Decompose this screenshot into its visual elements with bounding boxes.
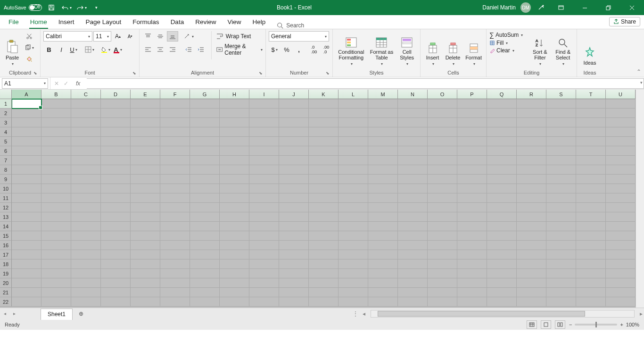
cell[interactable] [428, 278, 457, 288]
cell[interactable] [279, 99, 309, 109]
cell[interactable] [368, 278, 398, 288]
cell[interactable] [368, 269, 398, 278]
cell[interactable] [131, 241, 160, 250]
cell[interactable] [249, 269, 279, 278]
cell[interactable] [398, 269, 428, 278]
cell[interactable] [279, 203, 309, 212]
cell[interactable] [131, 137, 160, 146]
cell[interactable] [606, 259, 636, 269]
cell[interactable] [12, 297, 41, 307]
cell[interactable] [190, 278, 220, 288]
wrap-text-button[interactable]: Wrap Text [216, 31, 263, 42]
decrease-font-icon[interactable]: A▾ [124, 31, 136, 42]
cell[interactable] [457, 99, 487, 109]
column-header[interactable]: Q [487, 90, 517, 99]
row-header[interactable]: 1 [0, 99, 12, 109]
clipboard-launcher-icon[interactable]: ⬊ [33, 71, 37, 75]
cell[interactable] [190, 193, 220, 203]
cell[interactable] [101, 127, 131, 137]
cell[interactable] [160, 203, 190, 212]
cell[interactable] [487, 269, 517, 278]
cell[interactable] [487, 297, 517, 307]
cell[interactable] [517, 212, 546, 222]
cell[interactable] [487, 175, 517, 184]
cell[interactable] [41, 297, 71, 307]
row-header[interactable]: 2 [0, 109, 12, 118]
cell[interactable] [517, 203, 546, 212]
cell[interactable] [428, 99, 457, 109]
cell[interactable] [576, 109, 606, 118]
coming-soon-icon[interactable] [536, 2, 547, 13]
cell[interactable] [339, 212, 368, 222]
formula-bar[interactable]: ▾ [87, 78, 644, 89]
cell[interactable] [249, 250, 279, 259]
alignment-launcher-icon[interactable]: ⬊ [259, 71, 263, 75]
cell[interactable] [606, 241, 636, 250]
cell[interactable] [576, 137, 606, 146]
column-header[interactable]: J [279, 90, 309, 99]
cell[interactable] [606, 175, 636, 184]
cell[interactable] [190, 127, 220, 137]
cell[interactable] [190, 203, 220, 212]
cell[interactable] [428, 288, 457, 297]
cell[interactable] [576, 297, 606, 307]
align-middle-icon[interactable] [155, 31, 166, 42]
cell[interactable] [487, 222, 517, 231]
cell[interactable] [606, 156, 636, 165]
cell[interactable] [546, 156, 576, 165]
horizontal-scrollbar[interactable] [371, 310, 635, 318]
cell[interactable] [487, 137, 517, 146]
cell[interactable] [546, 278, 576, 288]
cell[interactable] [12, 175, 41, 184]
cell[interactable] [101, 250, 131, 259]
cell[interactable] [279, 269, 309, 278]
cell[interactable] [220, 127, 249, 137]
cell[interactable] [190, 231, 220, 241]
cell[interactable] [220, 203, 249, 212]
column-header[interactable]: S [546, 90, 576, 99]
cell[interactable] [487, 259, 517, 269]
tab-data[interactable]: Data [165, 15, 190, 29]
cell[interactable] [249, 241, 279, 250]
cell[interactable] [249, 259, 279, 269]
cell[interactable] [487, 127, 517, 137]
cell[interactable] [339, 278, 368, 288]
cell[interactable] [309, 278, 339, 288]
cell[interactable] [71, 193, 101, 203]
cell[interactable] [517, 137, 546, 146]
cell[interactable] [101, 99, 131, 109]
conditional-formatting-button[interactable]: Conditional Formatting▾ [336, 31, 367, 67]
cell[interactable] [546, 127, 576, 137]
cell[interactable] [249, 156, 279, 165]
cell[interactable] [487, 165, 517, 175]
cell[interactable] [368, 203, 398, 212]
cell[interactable] [41, 175, 71, 184]
cell[interactable] [339, 118, 368, 127]
cell[interactable] [428, 259, 457, 269]
cell[interactable] [131, 193, 160, 203]
cell[interactable] [41, 259, 71, 269]
column-header[interactable]: P [457, 90, 487, 99]
cell[interactable] [220, 231, 249, 241]
column-header[interactable]: M [368, 90, 398, 99]
cell[interactable] [517, 241, 546, 250]
cell[interactable] [398, 156, 428, 165]
cell[interactable] [368, 184, 398, 193]
clear-button[interactable]: Clear▾ [489, 47, 528, 54]
cell[interactable] [160, 297, 190, 307]
column-header[interactable]: I [249, 90, 279, 99]
align-center-icon[interactable] [155, 44, 166, 55]
cell[interactable] [160, 259, 190, 269]
cell[interactable] [41, 222, 71, 231]
cell[interactable] [398, 146, 428, 156]
cell[interactable] [546, 241, 576, 250]
cell[interactable] [279, 231, 309, 241]
user-name[interactable]: Daniel Martin [482, 4, 516, 11]
cell[interactable] [339, 250, 368, 259]
cell[interactable] [398, 212, 428, 222]
row-header[interactable]: 8 [0, 165, 12, 175]
cell[interactable] [428, 146, 457, 156]
cell[interactable] [131, 184, 160, 193]
cell[interactable] [457, 175, 487, 184]
cell[interactable] [190, 241, 220, 250]
